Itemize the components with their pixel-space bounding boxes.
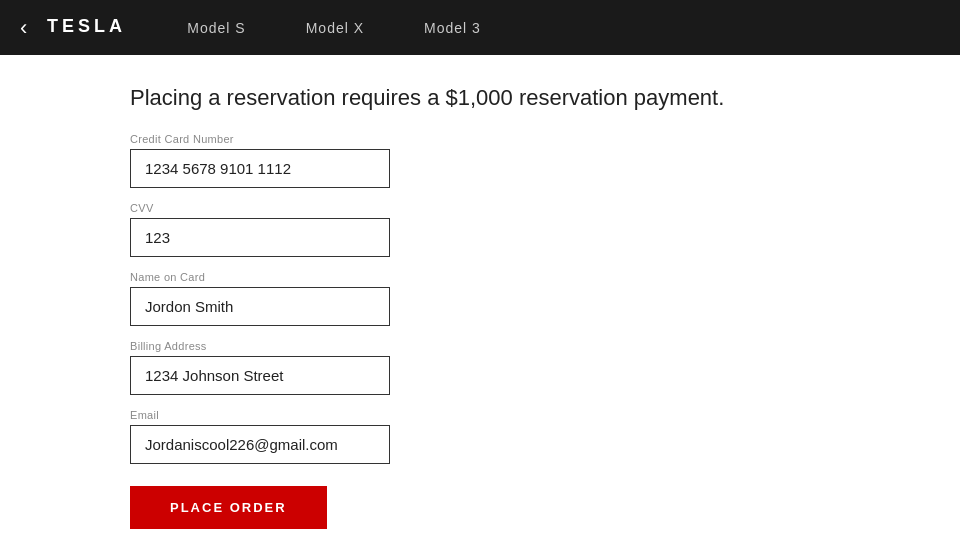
credit-card-input[interactable] <box>130 149 390 188</box>
name-input[interactable] <box>130 287 390 326</box>
billing-field-group: Billing Address <box>130 340 390 395</box>
billing-label: Billing Address <box>130 340 390 352</box>
credit-card-field-group: Credit Card Number <box>130 133 390 188</box>
email-input[interactable] <box>130 425 390 464</box>
navbar: ‹ TESLA Model S Model X Model 3 <box>0 0 960 55</box>
nav-model-s[interactable]: Model S <box>187 20 245 36</box>
billing-input[interactable] <box>130 356 390 395</box>
cvv-label: CVV <box>130 202 390 214</box>
email-label: Email <box>130 409 390 421</box>
place-order-button[interactable]: PLACE ORDER <box>130 486 327 529</box>
nav-model-3[interactable]: Model 3 <box>424 20 481 36</box>
cvv-field-group: CVV <box>130 202 390 257</box>
nav-model-x[interactable]: Model X <box>306 20 364 36</box>
back-button[interactable]: ‹ <box>20 15 27 41</box>
cvv-input[interactable] <box>130 218 390 257</box>
name-label: Name on Card <box>130 271 390 283</box>
svg-text:TESLA: TESLA <box>47 16 126 36</box>
name-field-group: Name on Card <box>130 271 390 326</box>
reservation-form: Credit Card Number CVV Name on Card Bill… <box>130 133 390 529</box>
nav-links: Model S Model X Model 3 <box>187 20 481 36</box>
main-content: Placing a reservation requires a $1,000 … <box>0 55 960 540</box>
page-title: Placing a reservation requires a $1,000 … <box>130 85 724 111</box>
tesla-logo: TESLA <box>47 12 147 44</box>
email-field-group: Email <box>130 409 390 464</box>
credit-card-label: Credit Card Number <box>130 133 390 145</box>
